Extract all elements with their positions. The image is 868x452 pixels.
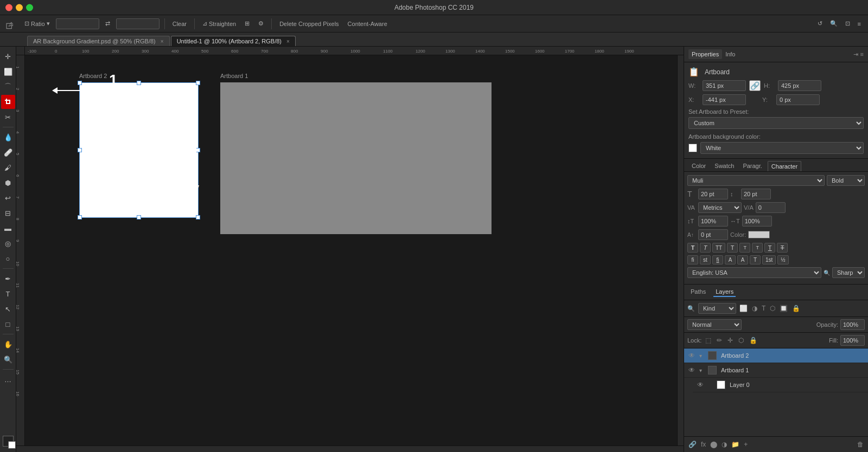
new-layer-btn[interactable]: +: [743, 440, 749, 449]
titling[interactable]: T: [750, 255, 761, 264]
preset-select[interactable]: Custom iPhone X iPad Pro 1920x1080: [688, 117, 864, 129]
vertical-scrollbar[interactable]: [677, 55, 684, 445]
brush-tool[interactable]: 🖌: [1, 160, 15, 175]
lock-image-btn[interactable]: ✏: [715, 336, 724, 345]
sub-btn[interactable]: T: [752, 243, 763, 253]
ligature-st[interactable]: st: [700, 255, 711, 264]
tab-ar-background[interactable]: AR Background Gradient.psd @ 50% (RGB/8)…: [27, 36, 170, 46]
delete-cropped-button[interactable]: Delete Cropped Pixels: [277, 20, 341, 28]
smart-icon-filter[interactable]: 🔲: [778, 304, 789, 313]
font-style-select[interactable]: Bold Regular Italic: [827, 175, 865, 186]
text-icon-filter[interactable]: T: [761, 304, 767, 313]
horizontal-scrollbar[interactable]: [16, 445, 684, 452]
tracking-input[interactable]: [756, 202, 786, 213]
background-color[interactable]: [8, 441, 16, 449]
character-tab[interactable]: Character: [768, 161, 801, 171]
maximize-button[interactable]: [26, 4, 33, 11]
anti-alias-select[interactable]: Sharp Crisp Strong Smooth None: [832, 267, 865, 278]
close-button[interactable]: [5, 4, 12, 11]
minimize-button[interactable]: [16, 4, 23, 11]
artboard1[interactable]: [220, 82, 492, 234]
settings-button[interactable]: ⚙: [256, 19, 266, 28]
super-btn[interactable]: T: [739, 243, 750, 253]
bg-color-select[interactable]: White Black Transparent: [700, 142, 864, 154]
add-mask-btn[interactable]: ⬤: [709, 440, 718, 449]
layer-artboard2[interactable]: 👁 ▾ Artboard 2: [684, 348, 868, 363]
gradient-tool[interactable]: ▬: [1, 221, 15, 235]
crop-tool-options[interactable]: ⊡ Ratio ▾: [22, 19, 53, 28]
opacity-input[interactable]: [840, 319, 865, 330]
slice-tool[interactable]: ✂: [1, 110, 15, 124]
artboard2[interactable]: [79, 82, 199, 218]
blend-mode-select[interactable]: Normal Multiply Screen Overlay: [687, 319, 742, 330]
underline-btn[interactable]: T: [764, 243, 775, 253]
grid-button[interactable]: ⊞: [242, 19, 252, 28]
x-input[interactable]: [703, 94, 746, 105]
undo-button[interactable]: ↺: [815, 19, 825, 28]
v-scale-input[interactable]: [698, 216, 728, 227]
history-brush[interactable]: ↩: [1, 191, 15, 205]
swatch-tab[interactable]: Swatch: [711, 161, 737, 171]
layer-artboard1[interactable]: 👁 ▾ Artboard 1: [684, 363, 868, 378]
expand-artboard1[interactable]: ▾: [699, 367, 705, 373]
italic-btn[interactable]: T: [700, 243, 711, 253]
paragraph-tab[interactable]: Paragr.: [739, 161, 765, 171]
add-style-btn[interactable]: fx: [700, 440, 707, 449]
discretionary-lig[interactable]: fi: [712, 255, 723, 264]
panel-button[interactable]: ≡: [855, 19, 864, 28]
font-family-select[interactable]: Muli: [687, 175, 825, 186]
handle-tr[interactable]: [196, 81, 200, 85]
shape-tool[interactable]: □: [1, 317, 15, 331]
info-tab[interactable]: Info: [722, 49, 738, 59]
canvas-background[interactable]: Artboard 2 Artboard 1: [25, 55, 677, 445]
handle-bm[interactable]: [137, 215, 141, 219]
visibility-artboard2[interactable]: 👁: [688, 352, 696, 359]
layer-0[interactable]: 👁 ▾ Layer 0: [693, 378, 868, 392]
layers-tab[interactable]: Layers: [713, 287, 736, 297]
lock-all-btn[interactable]: 🔒: [748, 336, 759, 345]
adjustment-icon[interactable]: ◑: [751, 304, 758, 313]
shape-icon-filter[interactable]: ⬡: [769, 304, 776, 313]
pen-tool[interactable]: ✒: [1, 272, 15, 286]
blur-tool[interactable]: ◎: [1, 236, 15, 250]
bg-color-swatch[interactable]: [688, 144, 697, 152]
ordinals[interactable]: 1st: [762, 255, 776, 264]
lock-icon-filter[interactable]: 🔒: [791, 304, 801, 313]
lasso-tool[interactable]: ⌒: [1, 80, 15, 94]
baseline-input[interactable]: [698, 229, 728, 240]
ratio-input2[interactable]: [116, 18, 159, 29]
kerning-method[interactable]: Metrics Optical 0: [698, 202, 742, 213]
zoom-tool[interactable]: 🔍: [1, 352, 15, 366]
new-group-btn[interactable]: 📁: [730, 440, 741, 449]
crop-tool[interactable]: [1, 95, 15, 109]
tab-close[interactable]: ×: [161, 38, 164, 44]
stylistic-alt[interactable]: A: [737, 255, 748, 264]
h-scale-input[interactable]: [742, 216, 772, 227]
properties-tab[interactable]: Properties: [688, 49, 722, 59]
hand-tool[interactable]: ✋: [1, 337, 15, 351]
expand-artboard2[interactable]: ▾: [699, 353, 705, 359]
path-select-tool[interactable]: ↖: [1, 302, 15, 316]
eyedropper-tool[interactable]: 💧: [1, 130, 15, 144]
ratio-input[interactable]: [56, 18, 99, 29]
language-select[interactable]: English: USA: [687, 267, 821, 278]
marquee-tool[interactable]: ⬜: [1, 64, 15, 79]
lock-position-btn[interactable]: ✛: [726, 336, 735, 345]
pixel-icon[interactable]: ⬜: [738, 304, 749, 313]
delete-layer-btn[interactable]: 🗑: [856, 440, 865, 449]
extra-tools[interactable]: …: [1, 372, 15, 386]
layer-kind-select[interactable]: Kind: [698, 303, 736, 314]
h-input[interactable]: [778, 80, 821, 91]
search-button[interactable]: 🔍: [827, 19, 840, 28]
tab-untitled[interactable]: Untitled-1 @ 100% (Artboard 2, RGB/8) ×: [171, 36, 296, 46]
panel-menu[interactable]: ≡: [860, 51, 864, 57]
panel-expand[interactable]: ⇥: [853, 51, 858, 58]
tab-close[interactable]: ×: [286, 38, 290, 44]
text-tool[interactable]: T: [1, 287, 15, 301]
color-tab[interactable]: Color: [688, 161, 709, 171]
eraser-tool[interactable]: ⊟: [1, 206, 15, 220]
smallcaps-btn[interactable]: T: [727, 243, 738, 253]
font-size-input[interactable]: [698, 189, 728, 199]
clone-tool[interactable]: ⬢: [1, 176, 15, 190]
new-fill-btn[interactable]: ◑: [720, 440, 728, 449]
